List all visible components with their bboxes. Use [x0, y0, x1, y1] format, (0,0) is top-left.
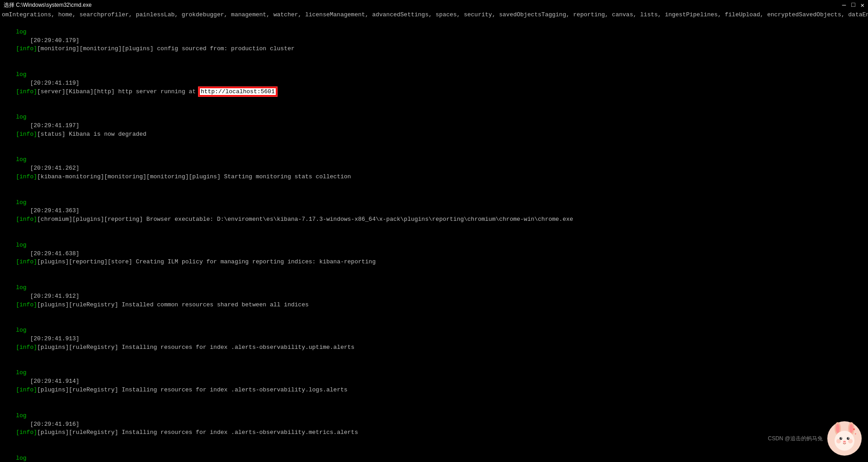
log-line-6: log [20:29:41.638] [info][plugins][repor… — [2, 233, 866, 275]
log-line-11: log [20:29:41.917] [info][plugins][ruleR… — [2, 446, 866, 462]
log-tags-4: [info] — [16, 173, 37, 180]
title-bar: 选择 C:\Windows\system32\cmd.exe — □ ✕ — [0, 0, 868, 10]
log-prefix-8: log — [16, 327, 26, 333]
svg-point-12 — [848, 439, 853, 443]
log-prefix-3: log — [16, 114, 26, 120]
log-tags-10b: [plugins][ruleRegistry] Installing resou… — [37, 429, 358, 436]
log-line-10: log [20:29:41.916] [info][plugins][ruleR… — [2, 403, 866, 446]
watermark-avatar: ★ ✦ — [826, 420, 863, 457]
log-prefix-7: log — [16, 284, 26, 291]
log-prefix-11: log — [16, 455, 26, 462]
log-line-5: log [20:29:41.363] [info][chromium][plug… — [2, 190, 866, 233]
log-ts-5: [20:29:41.363] — [16, 207, 86, 214]
log-ts-9: [20:29:41.914] — [16, 378, 86, 385]
log-tags-6: [info] — [16, 258, 37, 265]
svg-text:✦: ✦ — [854, 432, 857, 436]
log-tags-5: [info] — [16, 216, 37, 223]
log-tags-8b: [plugins][ruleRegistry] Installing resou… — [37, 344, 354, 351]
log-ts-10: [20:29:41.916] — [16, 421, 86, 428]
log-tags-1: [info] — [16, 45, 37, 52]
terminal-content: omIntegrations, home, searchprofiler, pa… — [0, 10, 868, 462]
svg-point-8 — [841, 438, 842, 438]
log-line-1: log [20:29:40.179] [info][monitoring][mo… — [2, 19, 866, 62]
svg-point-9 — [848, 438, 849, 438]
url-highlight: http://localhost:5601 — [199, 88, 276, 95]
log-ts-7: [20:29:41.912] — [16, 293, 86, 300]
log-prefix-6: log — [16, 242, 26, 248]
log-line-4: log [20:29:41.262] [info][kibana-monitor… — [2, 148, 866, 190]
log-prefix-1: log — [16, 29, 26, 35]
log-ts-1: [20:29:40.179] — [16, 37, 86, 44]
log-ts-6: [20:29:41.638] — [16, 250, 86, 257]
log-prefix-5: log — [16, 199, 26, 206]
log-line-9: log [20:29:41.914] [info][plugins][ruleR… — [2, 361, 866, 403]
svg-text:★: ★ — [853, 427, 855, 432]
log-ts-8: [20:29:41.913] — [16, 335, 86, 342]
log-line-3: log [20:29:41.197] [info][status] Kibana… — [2, 105, 866, 147]
svg-point-11 — [836, 439, 841, 443]
log-tags-3: [info] — [16, 131, 37, 138]
log-prefix-10: log — [16, 412, 26, 419]
log-prefix-4: log — [16, 156, 26, 163]
log-tags-7: [info] — [16, 301, 37, 308]
log-tags-1b: [monitoring][monitoring][plugins] — [37, 45, 153, 52]
svg-point-3 — [836, 424, 840, 433]
watermark-text: CSDN @追击的蚂马兔 — [768, 435, 823, 443]
log-ts-2: [20:29:41.119] — [16, 80, 86, 86]
log-line-2: log [20:29:41.119] [info][server][Kibana… — [2, 62, 866, 105]
log-tags-8: [info] — [16, 344, 37, 351]
log-msg-1: config sourced from: production cluster — [153, 45, 294, 52]
log-prefix-9: log — [16, 369, 26, 376]
window-title: 选择 C:\Windows\system32\cmd.exe — [4, 1, 92, 9]
svg-point-10 — [843, 441, 846, 443]
log-line-7: log [20:29:41.912] [info][plugins][ruleR… — [2, 275, 866, 318]
log-line-8: log [20:29:41.913] [info][plugins][ruleR… — [2, 318, 866, 360]
log-tags-4b: [kibana-monitoring][monitoring][monitori… — [37, 173, 351, 180]
close-button[interactable]: ✕ — [861, 1, 864, 9]
log-ts-3: [20:29:41.197] — [16, 122, 86, 129]
log-ts-4: [20:29:41.262] — [16, 165, 86, 171]
log-tags-2: [info] — [16, 88, 37, 95]
maximize-button[interactable]: □ — [851, 1, 855, 9]
log-tags-7b: [plugins][ruleRegistry] Installed common… — [37, 301, 309, 308]
log-tags-5b: [chromium][plugins][reporting] Browser e… — [37, 216, 573, 223]
log-tags-2b: [server][Kibana][http] http server runni… — [37, 88, 199, 95]
log-tags-3b: [status] Kibana is now degraded — [37, 131, 146, 138]
log-tags-6b: [plugins][reporting][store] Creating ILM… — [37, 258, 376, 265]
wrap-line: omIntegrations, home, searchprofiler, pa… — [2, 11, 866, 19]
log-prefix-2: log — [16, 71, 26, 78]
minimize-button[interactable]: — — [842, 1, 846, 9]
log-tags-9: [info] — [16, 386, 37, 393]
window-controls: — □ ✕ — [842, 1, 864, 9]
log-tags-9b: [plugins][ruleRegistry] Installing resou… — [37, 386, 348, 393]
watermark: CSDN @追击的蚂马兔 ★ ✦ — [768, 420, 863, 457]
log-tags-10: [info] — [16, 429, 37, 436]
